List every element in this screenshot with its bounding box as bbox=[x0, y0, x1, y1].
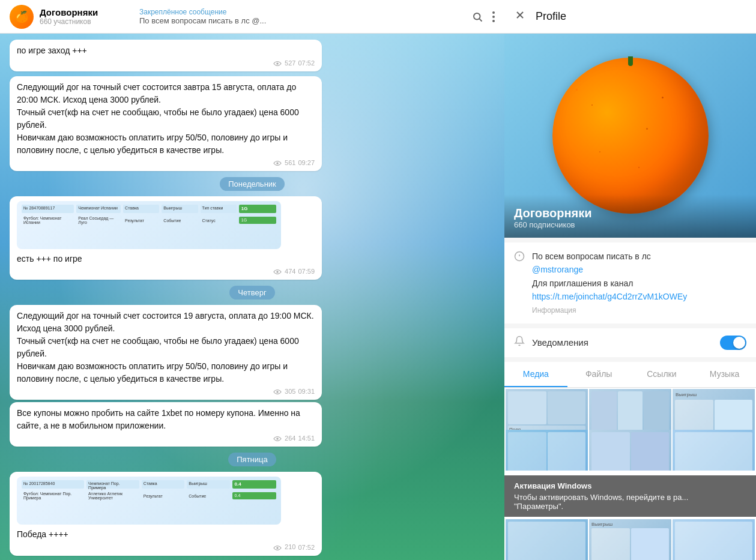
profile-name-overlay: Договорняки 660 подписчиков bbox=[504, 194, 756, 238]
profile-close-button[interactable] bbox=[514, 9, 526, 24]
activation-title: Активация Windows bbox=[514, 481, 746, 490]
media-thumb[interactable] bbox=[506, 519, 588, 560]
chat-body[interactable]: по игре заход +++ 527 07:52 Следующий до… bbox=[0, 34, 504, 560]
chat-header-info: Договорняки 660 участников bbox=[40, 7, 98, 26]
media-thumb[interactable] bbox=[506, 430, 588, 471]
media-tabs: Медиа Файлы Ссылки Музыка bbox=[504, 362, 756, 388]
chat-panel: 🍊 Договорняки 660 участников Закреплённо… bbox=[0, 0, 504, 560]
more-options-button[interactable] bbox=[492, 11, 495, 22]
chat-header: 🍊 Договорняки 660 участников Закреплённо… bbox=[0, 0, 504, 34]
message-views: 305 bbox=[273, 388, 295, 395]
info-row: По всем вопросам писать в лс @mstrorange… bbox=[514, 250, 746, 316]
profile-subscribers: 660 подписчиков bbox=[514, 220, 746, 229]
message-meta: 264 14:51 bbox=[17, 435, 315, 442]
svg-point-9 bbox=[276, 438, 279, 441]
message-time: 14:51 bbox=[298, 435, 315, 442]
profile-title: Profile bbox=[536, 10, 566, 23]
message-text: есть +++ по игре bbox=[17, 253, 315, 265]
svg-point-5 bbox=[276, 62, 279, 65]
message-bubble: Следующий дог на точный счет состоится 1… bbox=[10, 305, 322, 400]
media-thumb[interactable] bbox=[673, 519, 755, 560]
activation-text1: Чтобы активировать Windows, перейдите в … bbox=[514, 493, 746, 502]
avatar: 🍊 bbox=[10, 5, 34, 29]
media-thumb[interactable]: Выигрыш bbox=[589, 430, 671, 471]
message-text: Следующий дог на точный счет состоится 1… bbox=[17, 310, 315, 385]
message-meta: 474 07:59 bbox=[17, 268, 315, 275]
tab-media[interactable]: Медиа bbox=[504, 362, 567, 387]
notifications-section: Уведомления bbox=[504, 328, 756, 357]
profile-group-name: Договорняки bbox=[514, 206, 746, 220]
info-icon bbox=[514, 251, 525, 265]
message-bubble: по игре заход +++ 527 07:52 bbox=[10, 40, 322, 71]
info-text-line1: По всем вопросам писать в лс bbox=[532, 251, 651, 261]
profile-photo-container: Договорняки 660 подписчиков bbox=[504, 34, 756, 238]
day-divider-friday: Пятница bbox=[10, 454, 495, 465]
message-time: 07:59 bbox=[298, 268, 315, 275]
message-time: 09:31 bbox=[298, 388, 315, 395]
message-meta: 561 09:27 bbox=[17, 159, 315, 166]
message-time: 09:27 bbox=[298, 159, 315, 166]
media-grid: Поля 00:00 14:11 Выи bbox=[504, 388, 756, 471]
info-link2[interactable]: https://t.me/joinchat/g4Cd2rrZvM1kOWEy bbox=[532, 292, 687, 301]
svg-point-4 bbox=[492, 20, 495, 22]
tab-files[interactable]: Файлы bbox=[567, 362, 631, 387]
svg-point-7 bbox=[276, 271, 279, 274]
day-divider-thursday: Четверг bbox=[10, 287, 495, 298]
message-views: 561 bbox=[273, 159, 295, 166]
message-views: 264 bbox=[273, 435, 295, 442]
pinned-label: Закреплённое сообщение bbox=[139, 8, 462, 16]
message-views: 527 bbox=[273, 59, 295, 67]
message-text: Победа ++++ bbox=[17, 528, 315, 541]
message-bubble: Все купоны можно пробить на сайте 1xbet … bbox=[10, 402, 322, 447]
media-tabs-section: Медиа Файлы Ссылки Музыка Поля bbox=[504, 362, 756, 560]
notif-left: Уведомления bbox=[514, 336, 588, 349]
bell-icon bbox=[514, 336, 525, 349]
profile-photo bbox=[552, 58, 709, 214]
header-icons bbox=[472, 11, 495, 22]
message-text: Следующий дог на точный счет состоится з… bbox=[17, 81, 315, 157]
notifications-label: Уведомления bbox=[532, 337, 588, 348]
media-thumb[interactable]: Выигрыш bbox=[589, 519, 671, 560]
media-grid-2: Выигрыш bbox=[504, 518, 756, 560]
message-meta: 305 09:31 bbox=[17, 388, 315, 395]
svg-line-1 bbox=[479, 19, 482, 21]
svg-point-0 bbox=[474, 13, 480, 20]
message-bubble: № 20017285840 Чемпионат Пор. Примера Ста… bbox=[10, 472, 322, 555]
svg-point-6 bbox=[276, 162, 279, 164]
tab-links[interactable]: Ссылки bbox=[631, 362, 694, 387]
message-time: 07:52 bbox=[298, 59, 315, 67]
message-meta: 527 07:52 bbox=[17, 59, 315, 67]
profile-panel: Profile Договорняки 660 подписчиков bbox=[504, 0, 756, 560]
chat-header-left[interactable]: 🍊 Договорняки 660 участников bbox=[10, 5, 130, 29]
profile-info-section: По всем вопросам писать в лс @mstrorange… bbox=[504, 242, 756, 324]
profile-header: Profile bbox=[504, 0, 756, 34]
chat-name: Договорняки bbox=[40, 7, 98, 17]
info-category: Информация bbox=[532, 305, 687, 316]
message-text: по игре заход +++ bbox=[17, 44, 315, 57]
message-bubble: № 28470889117 Чемпионат Испании Ставка В… bbox=[10, 196, 322, 280]
message-time: 07:52 bbox=[298, 544, 315, 551]
activation-text2: "Параметры". bbox=[514, 502, 746, 511]
pinned-text: По всем вопросам писать в лс @... bbox=[139, 16, 319, 25]
tab-music[interactable]: Музыка bbox=[693, 362, 756, 387]
message-views: 210 bbox=[273, 543, 295, 550]
svg-point-8 bbox=[276, 391, 279, 394]
windows-activation: Активация Windows Чтобы активировать Win… bbox=[504, 475, 756, 517]
bet-table-thumb: № 28470889117 Чемпионат Испании Ставка В… bbox=[17, 201, 281, 249]
message-views: 474 bbox=[273, 268, 295, 275]
message-meta: 210 07:52 bbox=[17, 543, 315, 550]
info-text-line2: Для приглашения в канал bbox=[532, 278, 633, 288]
message-bubble: Следующий дог на точный счет состоится з… bbox=[10, 76, 322, 171]
bet-table-thumb-2: № 20017285840 Чемпионат Пор. Примера Ста… bbox=[17, 477, 281, 525]
pinned-message-bar[interactable]: Закреплённое сообщение По всем вопросам … bbox=[130, 8, 472, 25]
svg-point-10 bbox=[276, 547, 279, 549]
svg-point-2 bbox=[492, 11, 495, 14]
media-thumb[interactable] bbox=[673, 430, 755, 471]
message-text: Все купоны можно пробить на сайте 1xbet … bbox=[17, 407, 315, 432]
notifications-toggle[interactable] bbox=[720, 336, 746, 350]
search-button[interactable] bbox=[472, 11, 483, 22]
info-link1[interactable]: @mstrorange bbox=[532, 265, 583, 274]
day-divider-monday: Понедельник bbox=[10, 178, 495, 189]
info-content: По всем вопросам писать в лс @mstrorange… bbox=[532, 250, 687, 316]
chat-member-count: 660 участников bbox=[40, 17, 98, 26]
